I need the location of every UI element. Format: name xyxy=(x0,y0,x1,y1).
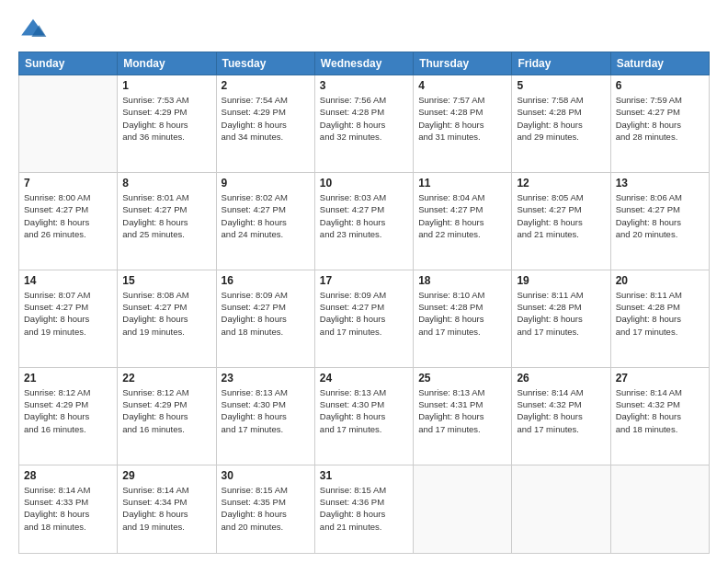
day-number: 11 xyxy=(418,177,506,190)
calendar-cell-4-2: 22Sunrise: 8:12 AM Sunset: 4:29 PM Dayli… xyxy=(118,367,216,465)
calendar-cell-3-6: 19Sunrise: 8:11 AM Sunset: 4:28 PM Dayli… xyxy=(512,270,610,367)
calendar-cell-3-4: 17Sunrise: 8:09 AM Sunset: 4:27 PM Dayli… xyxy=(314,270,413,367)
day-number: 16 xyxy=(222,274,310,287)
day-number: 31 xyxy=(320,469,408,482)
day-number: 27 xyxy=(616,372,704,385)
top-area xyxy=(18,15,710,44)
day-info: Sunrise: 8:07 AM Sunset: 4:27 PM Dayligh… xyxy=(24,289,112,338)
calendar-cell-2-5: 11Sunrise: 8:04 AM Sunset: 4:27 PM Dayli… xyxy=(414,172,512,270)
day-number: 12 xyxy=(517,177,605,190)
calendar-cell-1-6: 5Sunrise: 7:58 AM Sunset: 4:28 PM Daylig… xyxy=(512,75,610,173)
day-info: Sunrise: 8:09 AM Sunset: 4:27 PM Dayligh… xyxy=(222,289,310,338)
weekday-header-thursday: Thursday xyxy=(414,52,512,75)
calendar-cell-4-6: 26Sunrise: 8:14 AM Sunset: 4:32 PM Dayli… xyxy=(512,367,610,465)
weekday-header-wednesday: Wednesday xyxy=(314,52,413,75)
day-info: Sunrise: 8:15 AM Sunset: 4:36 PM Dayligh… xyxy=(320,484,408,533)
weekday-header-monday: Monday xyxy=(118,52,216,75)
calendar-table: SundayMondayTuesdayWednesdayThursdayFrid… xyxy=(18,52,710,554)
day-number: 6 xyxy=(616,79,704,92)
week-row-3: 14Sunrise: 8:07 AM Sunset: 4:27 PM Dayli… xyxy=(19,270,710,367)
day-number: 17 xyxy=(320,274,408,287)
calendar-cell-2-2: 8Sunrise: 8:01 AM Sunset: 4:27 PM Daylig… xyxy=(118,172,216,270)
day-info: Sunrise: 7:57 AM Sunset: 4:28 PM Dayligh… xyxy=(418,94,506,143)
day-number: 26 xyxy=(517,372,605,385)
calendar-cell-4-4: 24Sunrise: 8:13 AM Sunset: 4:30 PM Dayli… xyxy=(314,367,413,465)
day-number: 15 xyxy=(122,274,210,287)
day-number: 23 xyxy=(222,372,310,385)
calendar-cell-2-6: 12Sunrise: 8:05 AM Sunset: 4:27 PM Dayli… xyxy=(512,172,610,270)
calendar-cell-3-5: 18Sunrise: 8:10 AM Sunset: 4:28 PM Dayli… xyxy=(414,270,512,367)
day-info: Sunrise: 8:15 AM Sunset: 4:35 PM Dayligh… xyxy=(222,484,310,533)
day-number: 4 xyxy=(418,79,506,92)
calendar-cell-1-5: 4Sunrise: 7:57 AM Sunset: 4:28 PM Daylig… xyxy=(414,75,512,173)
day-info: Sunrise: 8:13 AM Sunset: 4:31 PM Dayligh… xyxy=(418,386,506,435)
day-info: Sunrise: 8:00 AM Sunset: 4:27 PM Dayligh… xyxy=(24,191,112,240)
weekday-header-tuesday: Tuesday xyxy=(216,52,314,75)
calendar-cell-5-2: 29Sunrise: 8:14 AM Sunset: 4:34 PM Dayli… xyxy=(118,465,216,553)
day-number: 25 xyxy=(418,372,506,385)
calendar-cell-4-7: 27Sunrise: 8:14 AM Sunset: 4:32 PM Dayli… xyxy=(610,367,709,465)
day-info: Sunrise: 8:03 AM Sunset: 4:27 PM Dayligh… xyxy=(320,191,408,240)
weekday-header-sunday: Sunday xyxy=(19,52,118,75)
day-info: Sunrise: 8:11 AM Sunset: 4:28 PM Dayligh… xyxy=(517,289,605,338)
week-row-1: 1Sunrise: 7:53 AM Sunset: 4:29 PM Daylig… xyxy=(19,75,710,173)
day-info: Sunrise: 8:05 AM Sunset: 4:27 PM Dayligh… xyxy=(517,191,605,240)
logo xyxy=(18,15,51,44)
day-info: Sunrise: 8:02 AM Sunset: 4:27 PM Dayligh… xyxy=(222,191,310,240)
day-info: Sunrise: 8:13 AM Sunset: 4:30 PM Dayligh… xyxy=(222,386,310,435)
calendar-cell-4-1: 21Sunrise: 8:12 AM Sunset: 4:29 PM Dayli… xyxy=(19,367,118,465)
calendar-cell-5-7 xyxy=(610,465,709,553)
calendar-cell-5-6 xyxy=(512,465,610,553)
day-number: 7 xyxy=(24,177,112,190)
calendar-cell-1-2: 1Sunrise: 7:53 AM Sunset: 4:29 PM Daylig… xyxy=(118,75,216,173)
calendar-cell-5-5 xyxy=(414,465,512,553)
week-row-4: 21Sunrise: 8:12 AM Sunset: 4:29 PM Dayli… xyxy=(19,367,710,465)
calendar-cell-2-3: 9Sunrise: 8:02 AM Sunset: 4:27 PM Daylig… xyxy=(216,172,314,270)
calendar-cell-2-4: 10Sunrise: 8:03 AM Sunset: 4:27 PM Dayli… xyxy=(314,172,413,270)
day-info: Sunrise: 8:04 AM Sunset: 4:27 PM Dayligh… xyxy=(418,191,506,240)
calendar-cell-5-3: 30Sunrise: 8:15 AM Sunset: 4:35 PM Dayli… xyxy=(216,465,314,553)
logo-icon xyxy=(18,15,48,44)
day-number: 1 xyxy=(122,79,210,92)
day-number: 14 xyxy=(24,274,112,287)
day-number: 29 xyxy=(122,469,210,482)
calendar-cell-3-3: 16Sunrise: 8:09 AM Sunset: 4:27 PM Dayli… xyxy=(216,270,314,367)
calendar-cell-4-3: 23Sunrise: 8:13 AM Sunset: 4:30 PM Dayli… xyxy=(216,367,314,465)
calendar-cell-1-4: 3Sunrise: 7:56 AM Sunset: 4:28 PM Daylig… xyxy=(314,75,413,173)
day-number: 5 xyxy=(517,79,605,92)
day-info: Sunrise: 8:06 AM Sunset: 4:27 PM Dayligh… xyxy=(616,191,704,240)
calendar-cell-1-1 xyxy=(19,75,118,173)
day-info: Sunrise: 8:14 AM Sunset: 4:33 PM Dayligh… xyxy=(24,484,112,533)
day-info: Sunrise: 8:13 AM Sunset: 4:30 PM Dayligh… xyxy=(320,386,408,435)
calendar-cell-3-1: 14Sunrise: 8:07 AM Sunset: 4:27 PM Dayli… xyxy=(19,270,118,367)
day-number: 8 xyxy=(122,177,210,190)
day-info: Sunrise: 8:14 AM Sunset: 4:32 PM Dayligh… xyxy=(616,386,704,435)
calendar-cell-3-7: 20Sunrise: 8:11 AM Sunset: 4:28 PM Dayli… xyxy=(610,270,709,367)
day-number: 13 xyxy=(616,177,704,190)
calendar-cell-1-3: 2Sunrise: 7:54 AM Sunset: 4:29 PM Daylig… xyxy=(216,75,314,173)
day-info: Sunrise: 8:08 AM Sunset: 4:27 PM Dayligh… xyxy=(122,289,210,338)
day-info: Sunrise: 7:54 AM Sunset: 4:29 PM Dayligh… xyxy=(222,94,310,143)
day-number: 10 xyxy=(320,177,408,190)
day-info: Sunrise: 8:12 AM Sunset: 4:29 PM Dayligh… xyxy=(122,386,210,435)
week-row-5: 28Sunrise: 8:14 AM Sunset: 4:33 PM Dayli… xyxy=(19,465,710,553)
day-info: Sunrise: 8:09 AM Sunset: 4:27 PM Dayligh… xyxy=(320,289,408,338)
day-number: 28 xyxy=(24,469,112,482)
weekday-header-saturday: Saturday xyxy=(610,52,709,75)
calendar-cell-5-1: 28Sunrise: 8:14 AM Sunset: 4:33 PM Dayli… xyxy=(19,465,118,553)
calendar-cell-4-5: 25Sunrise: 8:13 AM Sunset: 4:31 PM Dayli… xyxy=(414,367,512,465)
day-number: 19 xyxy=(517,274,605,287)
calendar-cell-3-2: 15Sunrise: 8:08 AM Sunset: 4:27 PM Dayli… xyxy=(118,270,216,367)
day-number: 24 xyxy=(320,372,408,385)
day-info: Sunrise: 8:14 AM Sunset: 4:34 PM Dayligh… xyxy=(122,484,210,533)
day-number: 20 xyxy=(616,274,704,287)
day-number: 2 xyxy=(222,79,310,92)
page: SundayMondayTuesdayWednesdayThursdayFrid… xyxy=(0,0,728,563)
calendar-cell-2-1: 7Sunrise: 8:00 AM Sunset: 4:27 PM Daylig… xyxy=(19,172,118,270)
day-number: 30 xyxy=(222,469,310,482)
day-number: 18 xyxy=(418,274,506,287)
day-info: Sunrise: 8:01 AM Sunset: 4:27 PM Dayligh… xyxy=(122,191,210,240)
week-row-2: 7Sunrise: 8:00 AM Sunset: 4:27 PM Daylig… xyxy=(19,172,710,270)
day-info: Sunrise: 7:56 AM Sunset: 4:28 PM Dayligh… xyxy=(320,94,408,143)
day-info: Sunrise: 8:10 AM Sunset: 4:28 PM Dayligh… xyxy=(418,289,506,338)
